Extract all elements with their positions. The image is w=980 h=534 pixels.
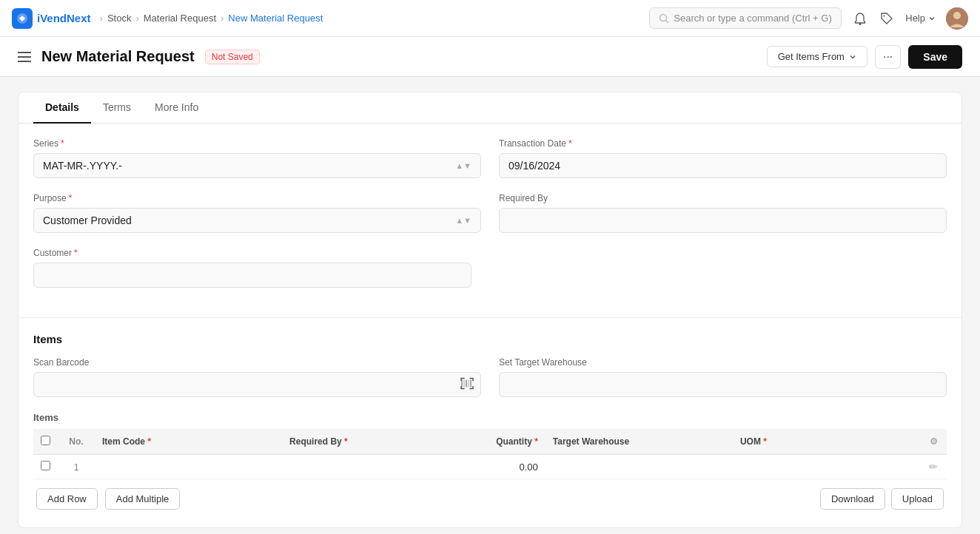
form-row-2: Purpose * Customer Provided ▲▼ Required … (33, 193, 947, 233)
items-section-title: Items (33, 333, 947, 345)
scan-barcode-input[interactable] (33, 372, 481, 397)
notification-icon[interactable] (852, 10, 868, 27)
purpose-group: Purpose * Customer Provided ▲▼ (33, 193, 481, 233)
customer-input[interactable] (33, 263, 471, 288)
required-by-input[interactable] (499, 208, 947, 233)
table-header-row: No. Item Code * Required By * (33, 429, 947, 455)
row-item-code-input[interactable] (102, 462, 275, 473)
purpose-arrows: ▲▼ (455, 216, 471, 225)
menu-icon[interactable] (18, 52, 31, 62)
purpose-required: * (69, 193, 73, 203)
download-button[interactable]: Download (820, 488, 885, 510)
nav-right: Search or type a command (Ctrl + G) Help (649, 7, 968, 30)
transaction-date-group: Transaction Date * (499, 138, 947, 178)
breadcrumb-material-request[interactable]: Material Request (144, 13, 216, 24)
tab-details[interactable]: Details (33, 92, 91, 124)
header-actions: Get Items From ··· Save (767, 45, 962, 69)
scan-barcode-group: Scan Barcode (33, 357, 481, 397)
barcode-input-wrap (33, 372, 481, 397)
top-nav: iVendNext › Stock › Material Request › N… (0, 0, 980, 37)
help-button[interactable]: Help (905, 13, 936, 24)
th-required-by: Required By * (282, 429, 469, 455)
th-gear: ⚙ (920, 429, 947, 455)
breadcrumb-stock[interactable]: Stock (107, 13, 132, 24)
avatar[interactable] (946, 7, 968, 30)
items-table-body: 1 0.00 (33, 455, 947, 479)
form-card: Details Terms More Info Series * MAT-MR- (18, 92, 962, 528)
items-table-wrap: Items No. Item Code * (33, 412, 947, 513)
th-quantity: Quantity * (469, 429, 546, 455)
customer-required: * (74, 248, 78, 258)
tab-terms[interactable]: Terms (91, 92, 143, 124)
items-controls: Scan Barcode (33, 357, 947, 397)
form-row-1: Series * MAT-MR-.YYYY.- ▲▼ Transaction D… (33, 138, 947, 178)
purpose-select[interactable]: Customer Provided ▲▼ (33, 208, 481, 233)
row-checkbox[interactable] (41, 461, 50, 470)
target-warehouse-group: Set Target Warehouse (499, 357, 947, 397)
get-items-from-button[interactable]: Get Items From (767, 46, 867, 67)
table-footer: Add Row Add Multiple Download Upload (33, 479, 947, 513)
row-target-warehouse-input[interactable] (553, 462, 725, 473)
svg-rect-7 (464, 380, 465, 388)
upload-button[interactable]: Upload (891, 488, 944, 510)
items-table: No. Item Code * Required By * (33, 429, 947, 479)
row-edit-cell: ✏ (920, 455, 947, 479)
series-arrows: ▲▼ (455, 161, 471, 170)
tab-more-info[interactable]: More Info (143, 92, 210, 124)
breadcrumb: › Stock › Material Request › New Materia… (100, 13, 323, 24)
tab-bar: Details Terms More Info (19, 92, 961, 124)
row-uom-cell (733, 455, 920, 479)
main-content: Details Terms More Info Series * MAT-MR- (0, 77, 980, 534)
save-button[interactable]: Save (908, 45, 962, 69)
required-by-group: Required By (499, 193, 947, 233)
breadcrumb-sep-1: › (100, 13, 103, 24)
chevron-down-icon (928, 15, 936, 22)
target-warehouse-input[interactable] (499, 372, 947, 397)
select-all-checkbox[interactable] (41, 436, 50, 445)
search-placeholder: Search or type a command (Ctrl + G) (674, 13, 832, 24)
row-checkbox-cell (33, 455, 58, 479)
row-item-code-cell (95, 455, 282, 479)
add-multiple-button[interactable]: Add Multiple (105, 488, 181, 510)
form-row-3: Customer * (33, 248, 947, 288)
add-buttons: Add Row Add Multiple (36, 488, 180, 510)
more-options-button[interactable]: ··· (875, 45, 901, 69)
breadcrumb-new-material-request[interactable]: New Material Request (228, 13, 323, 24)
svg-rect-8 (466, 380, 467, 388)
row-target-warehouse-cell (546, 455, 733, 479)
add-row-button[interactable]: Add Row (36, 488, 98, 510)
logo[interactable]: iVendNext (12, 8, 91, 29)
not-saved-badge: Not Saved (205, 50, 260, 64)
svg-point-3 (884, 15, 885, 16)
download-upload-buttons: Download Upload (820, 488, 944, 510)
series-label: Series * (33, 138, 481, 149)
th-item-code: Item Code * (95, 429, 282, 455)
logo-icon (12, 8, 33, 29)
svg-rect-10 (470, 380, 471, 388)
tag-icon[interactable] (879, 10, 895, 27)
set-target-warehouse-label: Set Target Warehouse (499, 357, 947, 368)
table-gear-icon[interactable]: ⚙ (930, 436, 938, 447)
chevron-down-icon (849, 53, 856, 61)
scan-barcode-label: Scan Barcode (33, 357, 481, 368)
page-header: New Material Request Not Saved Get Items… (0, 37, 980, 77)
transaction-date-input[interactable] (499, 153, 947, 178)
details-form: Series * MAT-MR-.YYYY.- ▲▼ Transaction D… (19, 124, 961, 317)
th-uom: UOM * (733, 429, 920, 455)
row-quantity-cell: 0.00 (469, 455, 546, 479)
logo-text: iVendNext (37, 12, 91, 24)
series-select[interactable]: MAT-MR-.YYYY.- ▲▼ (33, 153, 481, 178)
svg-point-2 (859, 23, 862, 25)
transaction-date-label: Transaction Date * (499, 138, 947, 149)
series-group: Series * MAT-MR-.YYYY.- ▲▼ (33, 138, 481, 178)
th-checkbox (33, 429, 58, 455)
row-uom-input[interactable] (740, 462, 913, 473)
row-edit-icon[interactable]: ✏ (929, 461, 938, 473)
customer-label: Customer * (33, 248, 471, 258)
row-required-by-input[interactable] (289, 462, 462, 473)
search-box[interactable]: Search or type a command (Ctrl + G) (649, 7, 842, 29)
series-required: * (61, 138, 64, 149)
th-no: No. (58, 429, 95, 455)
breadcrumb-sep-3: › (221, 13, 224, 24)
transaction-date-required: * (568, 138, 572, 149)
